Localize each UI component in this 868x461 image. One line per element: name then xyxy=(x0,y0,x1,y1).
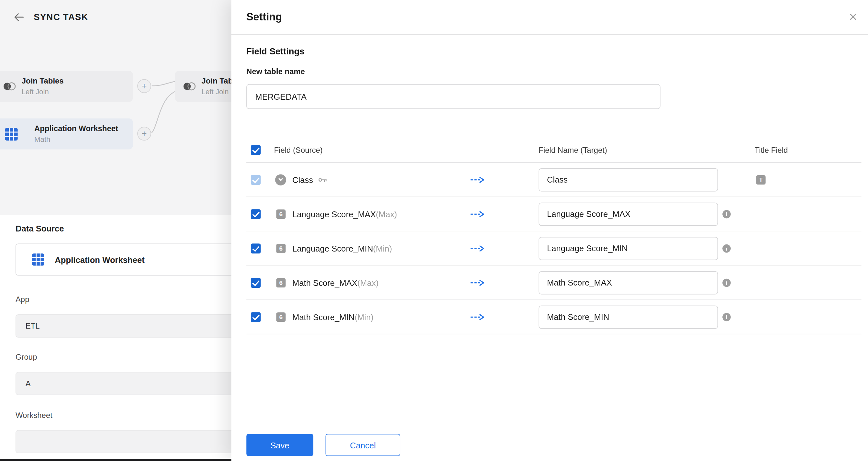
dialog-title: Setting xyxy=(246,11,282,23)
node-subtitle: Left Join xyxy=(22,87,64,97)
field-type-icon: 6 xyxy=(276,312,286,321)
field-suffix: (Max) xyxy=(376,209,397,218)
arrow-left-icon xyxy=(13,11,24,22)
field-name: Language Score_MIN xyxy=(292,243,373,253)
key-icon xyxy=(318,177,327,183)
setting-dialog: Setting ✕ Field Settings New table name … xyxy=(231,0,868,461)
info-icon[interactable] xyxy=(722,244,731,252)
page-title: SYNC TASK xyxy=(34,12,88,22)
field-type-icon: 6 xyxy=(276,209,286,218)
info-icon[interactable] xyxy=(722,210,731,218)
row-checkbox[interactable] xyxy=(251,209,261,219)
dialog-header: Setting ✕ xyxy=(231,0,868,35)
select-all-checkbox[interactable] xyxy=(251,145,261,155)
worksheet-table-icon xyxy=(31,253,45,266)
map-arrow-icon xyxy=(470,278,486,287)
field-suffix: (Min) xyxy=(355,312,373,321)
node-application-worksheet[interactable]: Application Worksheet Math xyxy=(0,119,133,150)
table-row: 6 Language Score_MAX(Max) xyxy=(246,197,861,232)
worksheet-table-icon xyxy=(4,127,19,141)
node-title: Join Tables xyxy=(22,75,64,87)
table-header-row: Field (Source) Field Name (Target) Title… xyxy=(246,137,861,163)
field-type-icon: 6 xyxy=(276,278,286,287)
map-arrow-icon xyxy=(470,175,486,184)
row-checkbox[interactable] xyxy=(251,312,261,322)
data-source-name: Application Worksheet xyxy=(55,255,145,264)
header-field-source: Field (Source) xyxy=(274,145,323,154)
data-source-card[interactable]: Application Worksheet xyxy=(16,243,231,276)
new-table-name-label: New table name xyxy=(246,67,305,76)
title-field-badge[interactable]: T xyxy=(756,175,766,184)
field-name: Language Score_MAX xyxy=(292,209,376,218)
target-field-input[interactable] xyxy=(538,237,718,260)
field-type-icon: 6 xyxy=(276,243,286,253)
left-join-icon xyxy=(182,81,196,91)
target-field-input[interactable] xyxy=(538,305,718,329)
data-source-heading: Data Source xyxy=(16,224,64,233)
left-join-icon xyxy=(2,81,17,91)
field-name: Math Score_MIN xyxy=(292,312,355,321)
info-icon[interactable] xyxy=(722,278,731,287)
target-field-input[interactable] xyxy=(538,271,718,294)
row-checkbox[interactable] xyxy=(251,243,261,253)
table-row: Class T xyxy=(246,163,861,197)
back-button[interactable] xyxy=(13,11,24,22)
node-subtitle: Left Join xyxy=(202,87,231,97)
table-row: 6 Math Score_MIN(Min) xyxy=(246,300,861,334)
table-row: 6 Language Score_MIN(Min) xyxy=(246,232,861,266)
dialog-actions: Save Cancel xyxy=(246,434,400,456)
target-field-input[interactable] xyxy=(538,168,718,191)
add-node-button-1[interactable]: + xyxy=(137,79,151,93)
info-icon[interactable] xyxy=(722,313,731,321)
node-subtitle: Math xyxy=(34,134,118,145)
group-select[interactable]: A xyxy=(16,372,231,395)
sync-task-page: SYNC TASK Join Tables Left Join + xyxy=(0,0,231,461)
save-button[interactable]: Save xyxy=(246,434,313,456)
field-type-icon xyxy=(275,174,286,185)
field-mapping-table: Field (Source) Field Name (Target) Title… xyxy=(246,137,861,334)
bottom-strip xyxy=(0,459,231,461)
field-suffix: (Min) xyxy=(373,243,392,253)
topbar: SYNC TASK xyxy=(0,0,231,34)
table-rows: Class T 6 Language Score_MAX(Max) xyxy=(246,163,861,334)
flow-canvas: SYNC TASK Join Tables Left Join + xyxy=(0,0,231,215)
new-table-name-input[interactable] xyxy=(246,84,660,109)
app-select[interactable]: ETL xyxy=(16,314,231,338)
header-field-target: Field Name (Target) xyxy=(538,145,607,154)
add-node-button-2[interactable]: + xyxy=(137,127,151,141)
field-suffix: (Max) xyxy=(357,278,379,287)
row-checkbox[interactable] xyxy=(251,277,261,287)
dialog-body: Field Settings New table name Field (Sou… xyxy=(231,35,868,461)
worksheet-select[interactable] xyxy=(16,430,231,453)
target-field-input[interactable] xyxy=(538,202,718,226)
cancel-button[interactable]: Cancel xyxy=(326,434,400,456)
map-arrow-icon xyxy=(470,244,486,252)
group-label: Group xyxy=(16,352,37,361)
worksheet-label: Worksheet xyxy=(16,410,53,419)
node-title: Application Worksheet xyxy=(34,123,118,134)
field-name: Math Score_MAX xyxy=(292,278,357,287)
table-row: 6 Math Score_MAX(Max) xyxy=(246,266,861,300)
map-arrow-icon xyxy=(470,210,486,218)
app-label: App xyxy=(16,295,29,304)
page: SYNC TASK Join Tables Left Join + xyxy=(0,0,868,461)
header-title-field: Title Field xyxy=(754,145,788,154)
map-arrow-icon xyxy=(470,312,486,321)
field-name: Class xyxy=(292,175,313,184)
field-settings-heading: Field Settings xyxy=(246,47,304,57)
row-checkbox[interactable] xyxy=(251,175,261,185)
node-join-tables-2[interactable]: Join Tables Left Join xyxy=(175,71,231,102)
node-join-tables-1[interactable]: Join Tables Left Join xyxy=(0,71,133,102)
node-title: Join Tables xyxy=(202,75,231,87)
close-icon[interactable]: ✕ xyxy=(846,10,860,25)
